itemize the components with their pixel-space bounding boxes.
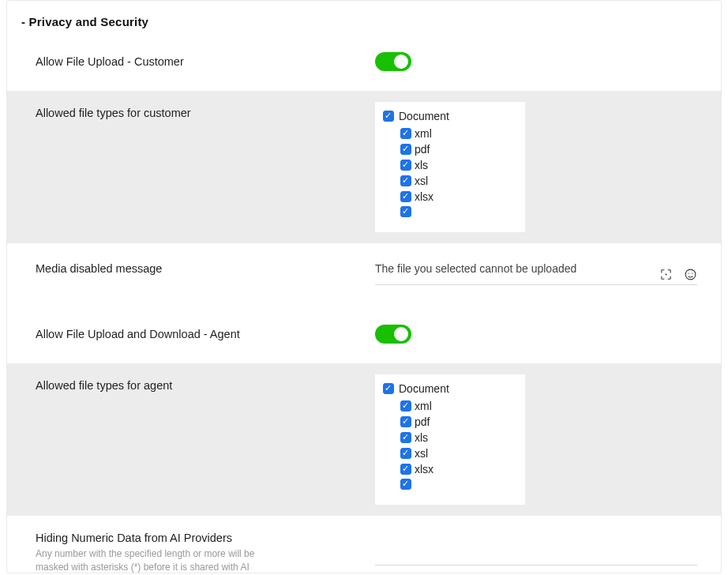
- checkbox-customer-more[interactable]: [400, 206, 411, 217]
- svg-point-3: [692, 272, 692, 273]
- filetype-group-label: Document: [399, 382, 449, 395]
- row-media-disabled-message: Media disabled message: [7, 243, 721, 309]
- row-hide-numeric: Hiding Numeric Data from AI Providers An…: [7, 516, 721, 573]
- svg-point-1: [685, 269, 696, 280]
- checkbox-agent-more[interactable]: [400, 479, 411, 490]
- filetype-item-label: xml: [415, 127, 432, 140]
- filetype-item-label: xsl: [415, 175, 428, 187]
- row-allow-upload-agent: Allow File Upload and Download - Agent: [7, 309, 721, 363]
- label-customer-file-types: Allowed file types for customer: [36, 102, 359, 119]
- toggle-allow-upload-customer[interactable]: [375, 52, 411, 71]
- filetype-item-label: xls: [415, 431, 428, 444]
- input-media-disabled-message[interactable]: [375, 257, 697, 285]
- checkbox-customer-document-group[interactable]: [383, 111, 394, 122]
- hint-hide-numeric: Any number with the specified length or …: [36, 547, 288, 573]
- checkbox-customer-pdf[interactable]: [400, 144, 411, 155]
- filetype-item-label: pdf: [415, 415, 430, 428]
- row-allow-upload-customer: Allow File Upload - Customer: [7, 36, 721, 91]
- filetype-item-label: xsl: [415, 447, 428, 460]
- label-allow-upload-customer: Allow File Upload - Customer: [36, 51, 359, 68]
- label-agent-file-types: Allowed file types for agent: [36, 374, 359, 392]
- checkbox-agent-xls[interactable]: [400, 432, 411, 443]
- filetype-item-label: xlsx: [415, 190, 433, 203]
- filetype-panel-agent[interactable]: Document xml pdf xls xsl xlsx: [375, 374, 525, 505]
- filetype-item-label: xml: [415, 400, 432, 412]
- toggle-knob: [394, 327, 408, 341]
- checkbox-agent-document-group[interactable]: [383, 383, 394, 394]
- checkbox-agent-pdf[interactable]: [400, 416, 411, 427]
- toggle-allow-upload-agent[interactable]: [375, 325, 411, 344]
- label-hide-numeric: Hiding Numeric Data from AI Providers: [36, 532, 359, 544]
- expand-icon[interactable]: [659, 268, 673, 284]
- filetype-item-label: xls: [415, 159, 428, 171]
- checkbox-agent-xsl[interactable]: [400, 448, 411, 459]
- settings-panel: - Privacy and Security Allow File Upload…: [6, 0, 722, 573]
- section-title-privacy-security[interactable]: - Privacy and Security: [7, 1, 721, 36]
- svg-point-0: [665, 273, 666, 275]
- checkbox-customer-xls[interactable]: [400, 160, 411, 171]
- toggle-knob: [394, 54, 408, 69]
- filetype-item-label: xlsx: [415, 463, 433, 475]
- checkbox-customer-xlsx[interactable]: [400, 191, 411, 202]
- filetype-item-label: pdf: [415, 143, 430, 156]
- svg-point-2: [689, 272, 689, 273]
- row-agent-file-types: Allowed file types for agent Document xm…: [7, 363, 721, 516]
- checkbox-customer-xsl[interactable]: [400, 175, 411, 186]
- emoji-icon[interactable]: [684, 268, 697, 284]
- row-customer-file-types: Allowed file types for customer Document…: [7, 91, 721, 243]
- checkbox-agent-xlsx[interactable]: [400, 464, 411, 475]
- filetype-group-label: Document: [399, 110, 449, 122]
- label-media-disabled: Media disabled message: [36, 257, 359, 275]
- checkbox-customer-xml[interactable]: [400, 128, 411, 139]
- label-allow-upload-agent: Allow File Upload and Download - Agent: [36, 323, 359, 340]
- filetype-panel-customer[interactable]: Document xml pdf xls xsl xlsx: [375, 102, 525, 232]
- checkbox-agent-xml[interactable]: [400, 400, 411, 412]
- input-hide-numeric-length[interactable]: [375, 543, 697, 566]
